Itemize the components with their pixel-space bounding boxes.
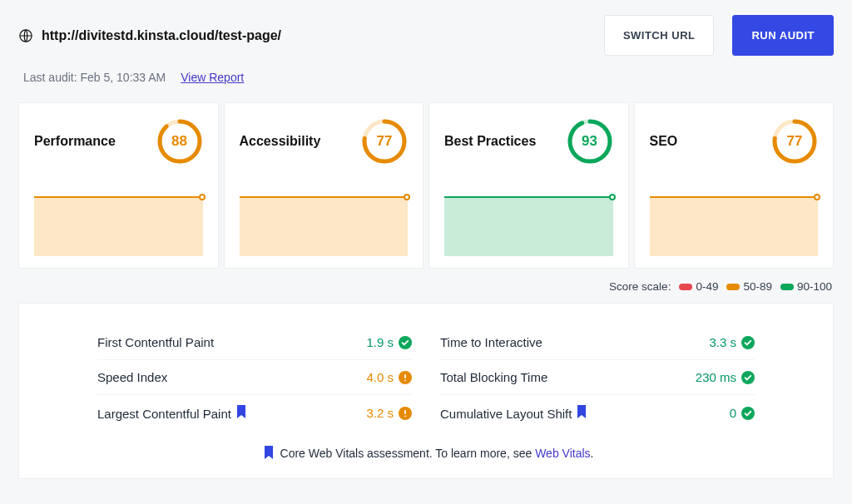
svg-rect-15 [404, 415, 406, 417]
score-card-best-practices[interactable]: Best Practices 93 [428, 102, 629, 269]
metric-value: 3.3 s [709, 335, 736, 349]
trend-bar [240, 196, 409, 256]
card-title: Accessibility [240, 134, 321, 149]
bookmark-icon [236, 405, 248, 418]
score-legend: Score scale:0-4950-8990-100 [18, 280, 832, 293]
legend-dot [780, 284, 794, 290]
check-circle-icon [741, 336, 755, 349]
trend-bar [34, 196, 203, 256]
web-vitals-link[interactable]: Web Vitals [535, 447, 590, 460]
globe-icon [18, 28, 33, 43]
topbar: http://divitestd.kinsta.cloud/test-page/… [18, 15, 834, 56]
score-gauge: 88 [156, 118, 203, 165]
metric-row[interactable]: Total Blocking Time 230 ms [440, 360, 755, 395]
metric-value: 1.9 s [366, 335, 394, 349]
svg-rect-11 [404, 374, 406, 378]
metric-name: Speed Index [97, 370, 366, 384]
info-circle-icon [399, 407, 412, 420]
metric-value: 3.2 s [366, 406, 394, 420]
info-circle-icon [399, 371, 412, 384]
score-gauge: 93 [567, 118, 613, 165]
card-title: Performance [34, 134, 116, 149]
score-value: 77 [361, 118, 408, 165]
switch-url-button[interactable]: SWITCH URL [604, 15, 715, 56]
score-value: 93 [567, 118, 613, 165]
metric-name: Largest Contentful Paint [97, 405, 366, 421]
metric-value: 230 ms [696, 370, 736, 384]
check-circle-icon [741, 407, 755, 420]
score-gauge: 77 [771, 118, 818, 165]
metric-value: 4.0 s [366, 370, 394, 384]
metric-row[interactable]: Cumulative Layout Shift 0 [440, 395, 755, 431]
page-url: http://divitestd.kinsta.cloud/test-page/ [42, 28, 281, 43]
bookmark-icon [577, 405, 588, 418]
metric-row[interactable]: Largest Contentful Paint 3.2 s [97, 395, 412, 431]
legend-dot [679, 284, 692, 290]
metric-row[interactable]: Speed Index 4.0 s [97, 360, 412, 395]
view-report-link[interactable]: View Report [181, 71, 244, 84]
svg-rect-14 [404, 410, 406, 414]
metric-value: 0 [730, 406, 736, 420]
legend-range: 50-89 [743, 280, 772, 293]
card-title: Best Practices [444, 134, 536, 149]
metric-name: Cumulative Layout Shift [440, 405, 730, 421]
run-audit-button[interactable]: RUN AUDIT [732, 15, 834, 56]
metric-row[interactable]: Time to Interactive 3.3 s [440, 325, 755, 360]
trend-bar [444, 196, 613, 256]
score-gauge: 77 [361, 118, 408, 165]
score-card-accessibility[interactable]: Accessibility 77 [224, 102, 424, 269]
score-card-seo[interactable]: SEO 77 [634, 102, 835, 269]
metrics-panel: First Contentful Paint 1.9 s Speed Index… [18, 303, 834, 479]
legend-label: Score scale: [609, 280, 671, 293]
score-value: 88 [156, 118, 203, 165]
metric-name: Time to Interactive [440, 335, 709, 349]
legend-range: 0-49 [696, 280, 718, 293]
metric-row[interactable]: First Contentful Paint 1.9 s [97, 325, 412, 360]
trend-bar [650, 196, 819, 256]
subbar: Last audit: Feb 5, 10:33 AM View Report [18, 56, 834, 91]
metric-name: First Contentful Paint [97, 335, 366, 349]
cwv-note: Core Web Vitals assessment. To learn mor… [34, 446, 818, 460]
score-value: 77 [771, 118, 818, 165]
metric-name: Total Blocking Time [440, 370, 696, 384]
last-audit-label: Last audit: Feb 5, 10:33 AM [23, 71, 166, 84]
bookmark-icon [264, 446, 275, 459]
score-cards: Performance 88 Accessibility 77 [18, 102, 834, 269]
check-circle-icon [741, 371, 755, 384]
card-title: SEO [650, 134, 678, 149]
legend-range: 90-100 [797, 280, 832, 293]
score-card-performance[interactable]: Performance 88 [18, 102, 219, 269]
legend-dot [726, 284, 740, 290]
svg-rect-12 [404, 379, 406, 381]
check-circle-icon [399, 336, 412, 349]
